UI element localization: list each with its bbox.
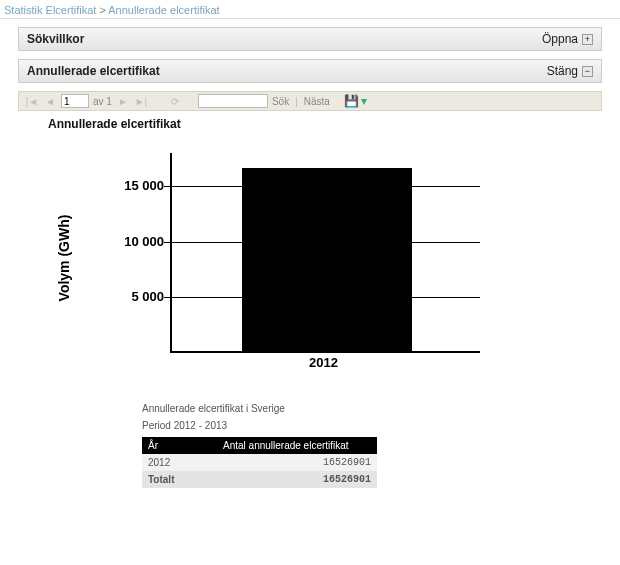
first-page-icon[interactable]: |◄ [25,94,39,108]
subreport-title: Annullerade elcertifikat i Sverige [142,403,620,414]
y-tick-label: 15 000 [112,178,164,193]
toolbar-sep: | [295,96,298,107]
prev-page-icon[interactable]: ◄ [43,94,57,108]
next-link[interactable]: Nästa [304,96,330,107]
table-total-row: Totalt 16526901 [142,471,377,488]
export-icon: 💾 [344,94,359,108]
search-panel-header[interactable]: Sökvillkor Öppna + [18,27,602,51]
expand-toggle[interactable]: Öppna + [542,32,593,46]
search-panel-title: Sökvillkor [27,32,84,46]
breadcrumb-current-link[interactable]: Annullerade elcertifikat [108,4,219,16]
collapse-toggle-label: Stäng [547,64,578,78]
breadcrumb-sep: > [99,4,105,16]
report-toolbar: |◄ ◄ av 1 ► ►| ⟳ Sök | Nästa 💾 ▾ [18,91,602,111]
page-input[interactable] [61,94,89,108]
collapse-toggle[interactable]: Stäng − [547,64,593,78]
report-panel: Annullerade elcertifikat Stäng − [18,59,602,83]
page-of-label: av 1 [93,96,112,107]
report-title: Annullerade elcertifikat [48,117,620,131]
bar [242,168,413,351]
data-table: År Antal annullerade elcertifikat 2012 1… [142,437,377,488]
table-header-count: Antal annullerade elcertifikat [217,437,377,454]
y-tick-label: 10 000 [112,234,164,249]
chart: Volym (GWh) 5 00010 00015 0002012 [0,143,620,373]
table-header-row: År Antal annullerade elcertifikat [142,437,377,454]
expand-toggle-label: Öppna [542,32,578,46]
table-row: 2012 16526901 [142,454,377,471]
table-header-year: År [142,437,217,454]
export-button[interactable]: 💾 ▾ [344,94,367,108]
table-cell-value: 16526901 [217,454,377,471]
table-total-label: Totalt [142,471,217,488]
refresh-icon[interactable]: ⟳ [168,94,182,108]
last-page-icon[interactable]: ►| [134,94,148,108]
breadcrumb: Statistik Elcertifikat > Annullerade elc… [0,0,620,19]
chevron-down-icon: ▾ [361,94,367,108]
search-input[interactable] [198,94,268,108]
report-panel-title: Annullerade elcertifikat [27,64,160,78]
search-link[interactable]: Sök [272,96,289,107]
y-axis-label: Volym (GWh) [56,215,72,302]
y-tick [164,242,172,243]
minus-icon: − [582,66,593,77]
breadcrumb-root-link[interactable]: Statistik Elcertifikat [4,4,96,16]
y-tick [164,297,172,298]
subreport-period: Period 2012 - 2013 [142,420,620,431]
search-panel: Sökvillkor Öppna + [18,27,602,51]
y-tick [164,186,172,187]
next-page-icon[interactable]: ► [116,94,130,108]
table-total-value: 16526901 [217,471,377,488]
subreport: Annullerade elcertifikat i Sverige Perio… [142,403,620,488]
table-cell-year: 2012 [142,454,217,471]
report-panel-header[interactable]: Annullerade elcertifikat Stäng − [18,59,602,83]
chart-plot-area: 5 00010 00015 0002012 [170,153,480,353]
plus-icon: + [582,34,593,45]
x-category-label: 2012 [309,355,338,370]
y-tick-label: 5 000 [112,289,164,304]
